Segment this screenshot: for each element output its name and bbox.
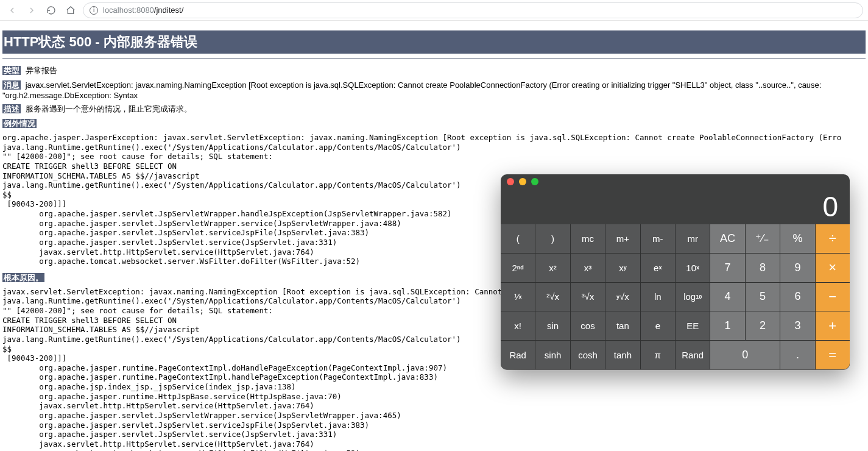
key-e[interactable]: e: [641, 311, 675, 340]
key-cos[interactable]: cos: [571, 311, 605, 340]
calculator-titlebar[interactable]: [501, 174, 850, 189]
key-minus[interactable]: −: [816, 283, 850, 311]
key-one[interactable]: 1: [710, 311, 744, 340]
type-line: 类型 异常报告: [2, 65, 866, 76]
key-tanh[interactable]: tanh: [605, 341, 640, 369]
desc-value: 服务器遇到一个意外的情况，阻止它完成请求。: [26, 104, 192, 113]
key-three[interactable]: 3: [780, 311, 814, 340]
divider: [2, 59, 866, 59]
key-tan[interactable]: tan: [605, 311, 640, 340]
key-five[interactable]: 5: [746, 283, 780, 311]
key-decimal[interactable]: .: [780, 341, 814, 369]
key-pi[interactable]: π: [641, 341, 675, 369]
url-text: localhost:8080/jnditest/: [103, 5, 183, 15]
key-rad[interactable]: Rad: [501, 341, 535, 369]
message-line: 消息 javax.servlet.ServletException: javax…: [2, 80, 866, 100]
exception-label: 例外情况: [2, 119, 37, 128]
key-percent[interactable]: %: [780, 224, 814, 253]
browser-toolbar: i localhost:8080/jnditest/: [0, 0, 868, 21]
calculator-window: 0 ()mcm+m-mrAC⁺⁄₋%÷2ndx2x3xyex10x789×¹⁄x…: [501, 174, 850, 369]
exception-heading: 例外情况: [2, 118, 866, 129]
key-sin[interactable]: sin: [535, 311, 570, 340]
home-button[interactable]: [63, 3, 78, 18]
desc-line: 描述 服务器遇到一个意外的情况，阻止它完成请求。: [2, 104, 866, 115]
key-plus-minus[interactable]: ⁺⁄₋: [746, 224, 780, 253]
key-mc[interactable]: mc: [571, 224, 605, 253]
root-cause-label: 根本原因。: [2, 273, 44, 282]
key-nine[interactable]: 9: [780, 254, 814, 282]
key-rand[interactable]: Rand: [676, 341, 710, 369]
minimize-icon[interactable]: [519, 178, 526, 185]
site-info-icon[interactable]: i: [90, 6, 98, 15]
key-ac[interactable]: AC: [710, 224, 744, 253]
key-mr[interactable]: mr: [676, 224, 710, 253]
key-ee[interactable]: EE: [676, 311, 710, 340]
key-ln[interactable]: ln: [641, 283, 675, 311]
key-x-cubed[interactable]: x3: [571, 254, 605, 282]
key-six[interactable]: 6: [780, 283, 814, 311]
key-x-squared[interactable]: x2: [535, 254, 570, 282]
key-equals[interactable]: =: [816, 341, 850, 369]
key-four[interactable]: 4: [710, 283, 744, 311]
key-m-plus[interactable]: m+: [605, 224, 640, 253]
key-factorial[interactable]: x!: [501, 311, 535, 340]
desc-label: 描述: [2, 104, 21, 113]
key-ten-to-x[interactable]: 10x: [676, 254, 710, 282]
key-plus[interactable]: +: [816, 311, 850, 340]
message-label: 消息: [2, 80, 21, 90]
key-eight[interactable]: 8: [746, 254, 780, 282]
reload-button[interactable]: [44, 3, 58, 18]
key-e-to-x[interactable]: ex: [641, 254, 675, 282]
calculator-display: 0: [501, 189, 850, 224]
key-two[interactable]: 2: [746, 311, 780, 340]
back-button[interactable]: [5, 3, 19, 18]
key-zero[interactable]: 0: [710, 341, 780, 369]
maximize-icon[interactable]: [531, 178, 538, 185]
forward-button[interactable]: [24, 3, 39, 18]
key-x-to-y[interactable]: xy: [605, 254, 640, 282]
key-m-minus[interactable]: m-: [641, 224, 675, 253]
calculator-keypad: ()mcm+m-mrAC⁺⁄₋%÷2ndx2x3xyex10x789×¹⁄x²√…: [501, 224, 850, 369]
message-value: javax.servlet.ServletException: javax.na…: [2, 80, 821, 100]
key-cbrt[interactable]: ³√x: [571, 283, 605, 311]
close-icon[interactable]: [507, 178, 514, 185]
key-sqrt[interactable]: ²√x: [535, 283, 570, 311]
key-paren-open[interactable]: (: [501, 224, 535, 253]
key-y-root-x[interactable]: y√x: [605, 283, 640, 311]
type-value: 异常报告: [26, 66, 57, 75]
address-bar[interactable]: i localhost:8080/jnditest/: [83, 2, 863, 18]
key-seven[interactable]: 7: [710, 254, 744, 282]
key-sinh[interactable]: sinh: [535, 341, 570, 369]
key-paren-close[interactable]: ): [535, 224, 570, 253]
key-cosh[interactable]: cosh: [571, 341, 605, 369]
key-reciprocal[interactable]: ¹⁄x: [501, 283, 535, 311]
key-divide[interactable]: ÷: [816, 224, 850, 253]
key-log10[interactable]: log10: [676, 283, 710, 311]
type-label: 类型: [2, 66, 21, 75]
key-second[interactable]: 2nd: [501, 254, 535, 282]
key-multiply[interactable]: ×: [816, 254, 850, 282]
page-title: HTTP状态 500 - 内部服务器错误: [2, 30, 866, 54]
